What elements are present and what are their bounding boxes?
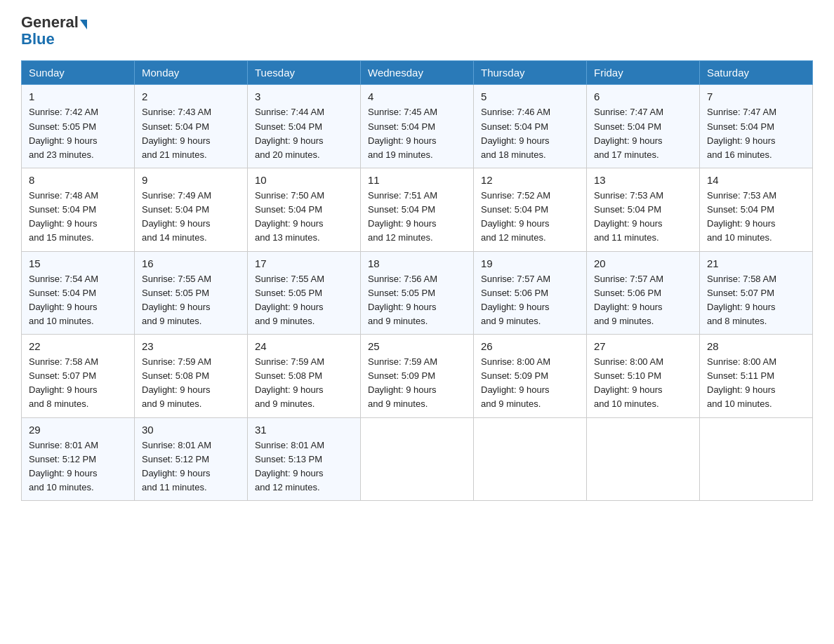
day-number: 28	[707, 340, 805, 352]
day-info: Sunrise: 7:47 AMSunset: 5:04 PMDaylight:…	[594, 107, 663, 159]
day-number: 11	[368, 174, 466, 186]
day-info: Sunrise: 8:00 AMSunset: 5:10 PMDaylight:…	[594, 356, 663, 409]
day-number: 20	[594, 257, 692, 269]
week-row-2: 8 Sunrise: 7:48 AMSunset: 5:04 PMDayligh…	[22, 168, 813, 251]
day-cell: 19 Sunrise: 7:57 AMSunset: 5:06 PMDaylig…	[474, 251, 587, 335]
day-number: 5	[481, 90, 579, 102]
day-number: 13	[594, 174, 692, 186]
day-cell: 21 Sunrise: 7:58 AMSunset: 5:07 PMDaylig…	[700, 251, 813, 335]
day-info: Sunrise: 7:52 AMSunset: 5:04 PMDaylight:…	[481, 190, 550, 243]
day-cell: 11 Sunrise: 7:51 AMSunset: 5:04 PMDaylig…	[361, 168, 474, 251]
header-cell-thursday: Thursday	[474, 61, 587, 85]
day-info: Sunrise: 8:00 AMSunset: 5:09 PMDaylight:…	[481, 356, 550, 409]
day-cell: 15 Sunrise: 7:54 AMSunset: 5:04 PMDaylig…	[22, 251, 135, 335]
day-cell: 18 Sunrise: 7:56 AMSunset: 5:05 PMDaylig…	[361, 251, 474, 335]
day-info: Sunrise: 7:45 AMSunset: 5:04 PMDaylight:…	[368, 107, 437, 159]
day-info: Sunrise: 7:42 AMSunset: 5:05 PMDaylight:…	[29, 107, 98, 159]
day-cell: 9 Sunrise: 7:49 AMSunset: 5:04 PMDayligh…	[135, 168, 248, 251]
day-info: Sunrise: 7:53 AMSunset: 5:04 PMDaylight:…	[594, 190, 663, 243]
day-info: Sunrise: 8:01 AMSunset: 5:12 PMDaylight:…	[29, 440, 98, 492]
day-number: 6	[594, 90, 692, 102]
day-info: Sunrise: 7:58 AMSunset: 5:07 PMDaylight:…	[707, 274, 776, 326]
day-cell: 20 Sunrise: 7:57 AMSunset: 5:06 PMDaylig…	[587, 251, 700, 335]
day-cell: 26 Sunrise: 8:00 AMSunset: 5:09 PMDaylig…	[474, 335, 587, 418]
day-number: 16	[142, 257, 240, 269]
logo-blue-line: Blue	[21, 31, 55, 48]
header-cell-friday: Friday	[587, 61, 700, 85]
logo-general-line: General	[21, 14, 87, 31]
day-cell	[361, 417, 474, 501]
day-number: 26	[481, 340, 579, 352]
day-number: 31	[255, 424, 353, 436]
day-cell: 14 Sunrise: 7:53 AMSunset: 5:04 PMDaylig…	[700, 168, 813, 251]
day-number: 21	[707, 257, 805, 269]
day-info: Sunrise: 7:56 AMSunset: 5:05 PMDaylight:…	[368, 274, 437, 326]
day-cell: 8 Sunrise: 7:48 AMSunset: 5:04 PMDayligh…	[22, 168, 135, 251]
calendar-header: SundayMondayTuesdayWednesdayThursdayFrid…	[22, 61, 813, 85]
day-info: Sunrise: 7:49 AMSunset: 5:04 PMDaylight:…	[142, 190, 211, 243]
day-number: 27	[594, 340, 692, 352]
day-number: 30	[142, 424, 240, 436]
week-row-5: 29 Sunrise: 8:01 AMSunset: 5:12 PMDaylig…	[22, 417, 813, 501]
calendar-table: SundayMondayTuesdayWednesdayThursdayFrid…	[21, 60, 813, 501]
day-info: Sunrise: 8:00 AMSunset: 5:11 PMDaylight:…	[707, 356, 776, 409]
header: General Blue	[21, 14, 813, 48]
day-number: 23	[142, 340, 240, 352]
day-info: Sunrise: 7:55 AMSunset: 5:05 PMDaylight:…	[142, 274, 211, 326]
day-cell: 17 Sunrise: 7:55 AMSunset: 5:05 PMDaylig…	[248, 251, 361, 335]
logo-triangle-icon	[80, 20, 87, 29]
day-number: 8	[29, 174, 127, 186]
day-cell: 7 Sunrise: 7:47 AMSunset: 5:04 PMDayligh…	[700, 85, 813, 168]
day-number: 22	[29, 340, 127, 352]
day-info: Sunrise: 7:59 AMSunset: 5:09 PMDaylight:…	[368, 356, 437, 409]
day-number: 4	[368, 90, 466, 102]
day-number: 7	[707, 90, 805, 102]
day-number: 15	[29, 257, 127, 269]
day-info: Sunrise: 7:46 AMSunset: 5:04 PMDaylight:…	[481, 107, 550, 159]
day-cell: 24 Sunrise: 7:59 AMSunset: 5:08 PMDaylig…	[248, 335, 361, 418]
day-number: 24	[255, 340, 353, 352]
day-info: Sunrise: 8:01 AMSunset: 5:13 PMDaylight:…	[255, 440, 324, 492]
day-number: 10	[255, 174, 353, 186]
day-number: 2	[142, 90, 240, 102]
day-cell: 30 Sunrise: 8:01 AMSunset: 5:12 PMDaylig…	[135, 417, 248, 501]
day-number: 19	[481, 257, 579, 269]
week-row-4: 22 Sunrise: 7:58 AMSunset: 5:07 PMDaylig…	[22, 335, 813, 418]
day-info: Sunrise: 7:43 AMSunset: 5:04 PMDaylight:…	[142, 107, 211, 159]
day-info: Sunrise: 7:59 AMSunset: 5:08 PMDaylight:…	[255, 356, 324, 409]
day-cell: 27 Sunrise: 8:00 AMSunset: 5:10 PMDaylig…	[587, 335, 700, 418]
day-info: Sunrise: 7:55 AMSunset: 5:05 PMDaylight:…	[255, 274, 324, 326]
day-info: Sunrise: 7:50 AMSunset: 5:04 PMDaylight:…	[255, 190, 324, 243]
header-cell-sunday: Sunday	[22, 61, 135, 85]
day-cell: 6 Sunrise: 7:47 AMSunset: 5:04 PMDayligh…	[587, 85, 700, 168]
day-cell: 4 Sunrise: 7:45 AMSunset: 5:04 PMDayligh…	[361, 85, 474, 168]
day-number: 29	[29, 424, 127, 436]
header-cell-monday: Monday	[135, 61, 248, 85]
day-info: Sunrise: 8:01 AMSunset: 5:12 PMDaylight:…	[142, 440, 211, 492]
day-cell: 1 Sunrise: 7:42 AMSunset: 5:05 PMDayligh…	[22, 85, 135, 168]
day-number: 17	[255, 257, 353, 269]
day-cell: 12 Sunrise: 7:52 AMSunset: 5:04 PMDaylig…	[474, 168, 587, 251]
day-number: 3	[255, 90, 353, 102]
day-cell: 28 Sunrise: 8:00 AMSunset: 5:11 PMDaylig…	[700, 335, 813, 418]
day-info: Sunrise: 7:48 AMSunset: 5:04 PMDaylight:…	[29, 190, 98, 243]
header-row: SundayMondayTuesdayWednesdayThursdayFrid…	[22, 61, 813, 85]
day-info: Sunrise: 7:57 AMSunset: 5:06 PMDaylight:…	[481, 274, 550, 326]
day-number: 9	[142, 174, 240, 186]
day-cell: 23 Sunrise: 7:59 AMSunset: 5:08 PMDaylig…	[135, 335, 248, 418]
day-info: Sunrise: 7:57 AMSunset: 5:06 PMDaylight:…	[594, 274, 663, 326]
day-info: Sunrise: 7:59 AMSunset: 5:08 PMDaylight:…	[142, 356, 211, 409]
day-cell	[474, 417, 587, 501]
calendar-body: 1 Sunrise: 7:42 AMSunset: 5:05 PMDayligh…	[22, 85, 813, 501]
day-info: Sunrise: 7:47 AMSunset: 5:04 PMDaylight:…	[707, 107, 776, 159]
day-number: 25	[368, 340, 466, 352]
day-cell: 31 Sunrise: 8:01 AMSunset: 5:13 PMDaylig…	[248, 417, 361, 501]
day-info: Sunrise: 7:58 AMSunset: 5:07 PMDaylight:…	[29, 356, 98, 409]
day-cell: 13 Sunrise: 7:53 AMSunset: 5:04 PMDaylig…	[587, 168, 700, 251]
logo-blue-text: Blue	[21, 30, 55, 48]
logo-general-text: General	[21, 13, 79, 31]
day-cell: 3 Sunrise: 7:44 AMSunset: 5:04 PMDayligh…	[248, 85, 361, 168]
day-number: 1	[29, 90, 127, 102]
day-info: Sunrise: 7:53 AMSunset: 5:04 PMDaylight:…	[707, 190, 776, 243]
day-cell: 16 Sunrise: 7:55 AMSunset: 5:05 PMDaylig…	[135, 251, 248, 335]
